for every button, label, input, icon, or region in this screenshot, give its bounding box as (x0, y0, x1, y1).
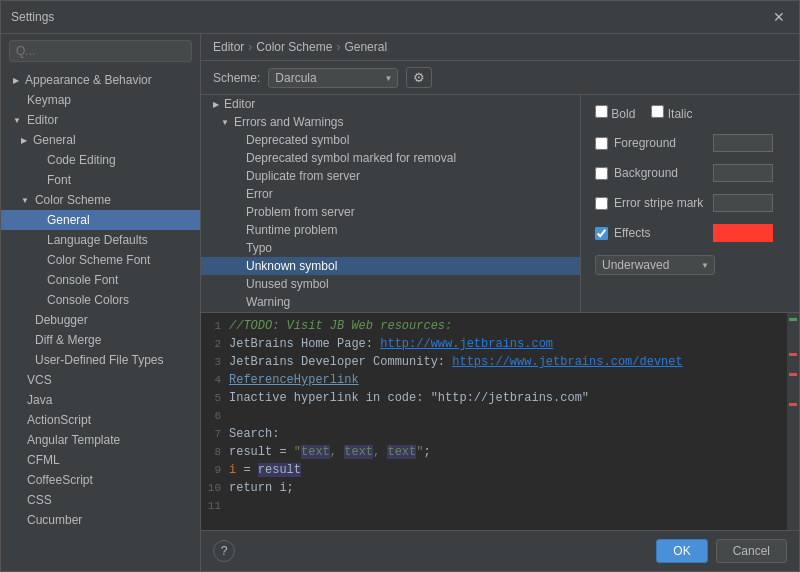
sidebar-item-font[interactable]: Font (1, 170, 200, 190)
sidebar-item-vcs[interactable]: VCS (1, 370, 200, 390)
tree-item[interactable]: Problem from server (201, 203, 580, 221)
tree-item-label: Editor (224, 97, 255, 111)
tree-item[interactable]: Warning (201, 293, 580, 311)
sidebar-item-editor[interactable]: ▼Editor (1, 110, 200, 130)
sidebar-item-angular[interactable]: Angular Template (1, 430, 200, 450)
effects-style-row: UnderwavedUnderlineBold UnderlineDotted … (595, 255, 785, 275)
breadcrumb: Editor › Color Scheme › General (201, 34, 799, 61)
foreground-checkbox[interactable] (595, 137, 608, 150)
code-line: 10 return i; (201, 479, 783, 497)
tree-item[interactable]: Unknown symbol (201, 257, 580, 275)
sidebar-item-label: Console Colors (47, 293, 129, 307)
tree-item[interactable]: Error (201, 185, 580, 203)
sidebar-item-user-defined[interactable]: User-Defined File Types (1, 350, 200, 370)
background-label[interactable]: Background (595, 166, 705, 180)
sidebar-item-label: VCS (27, 373, 52, 387)
gear-button[interactable]: ⚙ (406, 67, 432, 88)
tree-item[interactable]: Runtime problem (201, 221, 580, 239)
help-button[interactable]: ? (213, 540, 235, 562)
tree-item-label: Warning (246, 295, 290, 309)
breadcrumb-editor: Editor (213, 40, 244, 54)
style-select-wrap: UnderwavedUnderlineBold UnderlineDotted … (595, 255, 715, 275)
sidebar-item-lang-defaults[interactable]: Language Defaults (1, 230, 200, 250)
tree-item[interactable]: ▶Editor (201, 95, 580, 113)
code-line: 2JetBrains Home Page: http://www.jetbrai… (201, 335, 783, 353)
sidebar-item-console-font[interactable]: Console Font (1, 270, 200, 290)
foreground-row: Foreground (595, 134, 785, 152)
sidebar-item-actionscript[interactable]: ActionScript (1, 410, 200, 430)
code-line: 3JetBrains Developer Community: https://… (201, 353, 783, 371)
code-line: 9 i = result (201, 461, 783, 479)
scheme-select-wrap: DarculaDefaultHigh Contrast (268, 68, 398, 88)
effects-row: Effects (595, 224, 785, 242)
sidebar-item-label: Diff & Merge (35, 333, 101, 347)
sidebar-item-appearance[interactable]: ▶Appearance & Behavior (1, 70, 200, 90)
sidebar-item-console-colors[interactable]: Console Colors (1, 290, 200, 310)
sidebar-item-code-editing[interactable]: Code Editing (1, 150, 200, 170)
breadcrumb-colorscheme: Color Scheme (256, 40, 332, 54)
preview-area: 1//TODO: Visit JB Web resources:2JetBrai… (201, 312, 799, 530)
bold-option[interactable]: Bold (595, 105, 635, 121)
sidebar-item-cucumber[interactable]: Cucumber (1, 510, 200, 530)
ok-button[interactable]: OK (656, 539, 707, 563)
effects-checkbox[interactable] (595, 227, 608, 240)
tree-item[interactable]: Deprecated symbol (201, 131, 580, 149)
scheme-select[interactable]: DarculaDefaultHigh Contrast (268, 68, 398, 88)
italic-label: Italic (668, 107, 693, 121)
scheme-label: Scheme: (213, 71, 260, 85)
effects-label[interactable]: Effects (595, 226, 705, 240)
sidebar-item-diff-merge[interactable]: Diff & Merge (1, 330, 200, 350)
foreground-swatch[interactable] (713, 134, 773, 152)
tree-item[interactable]: Typo (201, 239, 580, 257)
scrollbar-markers (787, 313, 799, 530)
sidebar-item-label: CoffeeScript (27, 473, 93, 487)
tree-item-label: Runtime problem (246, 223, 337, 237)
content-area: ▶Editor▼Errors and WarningsDeprecated sy… (201, 95, 799, 312)
tree-item-label: Duplicate from server (246, 169, 360, 183)
sidebar-item-cs-general[interactable]: General (1, 210, 200, 230)
code-line: 1//TODO: Visit JB Web resources: (201, 317, 783, 335)
cancel-button[interactable]: Cancel (716, 539, 787, 563)
sidebar-item-java[interactable]: Java (1, 390, 200, 410)
close-button[interactable]: ✕ (769, 7, 789, 27)
sidebar-item-label: ActionScript (27, 413, 91, 427)
bold-checkbox[interactable] (595, 105, 608, 118)
title-bar-left: Settings (11, 10, 54, 24)
title-bar: Settings ✕ (1, 1, 799, 34)
italic-option[interactable]: Italic (651, 105, 692, 121)
tree-item[interactable]: Duplicate from server (201, 167, 580, 185)
effects-swatch[interactable] (713, 224, 773, 242)
background-checkbox[interactable] (595, 167, 608, 180)
dialog-title: Settings (11, 10, 54, 24)
sidebar-item-cfml[interactable]: CFML (1, 450, 200, 470)
code-line: 4ReferenceHyperlink (201, 371, 783, 389)
sidebar-item-keymap[interactable]: Keymap (1, 90, 200, 110)
background-swatch[interactable] (713, 164, 773, 182)
tree-item-label: Problem from server (246, 205, 355, 219)
sidebar-item-label: Java (27, 393, 52, 407)
sidebar-item-debugger[interactable]: Debugger (1, 310, 200, 330)
foreground-label[interactable]: Foreground (595, 136, 705, 150)
sidebar-item-general[interactable]: ▶General (1, 130, 200, 150)
sidebar-item-css[interactable]: CSS (1, 490, 200, 510)
bold-label: Bold (611, 107, 635, 121)
tree-item[interactable]: Unused symbol (201, 275, 580, 293)
tree-item-label: Unknown symbol (246, 259, 337, 273)
tree-item-label: Deprecated symbol marked for removal (246, 151, 456, 165)
sidebar-nav: ▶Appearance & BehaviorKeymap▼Editor▶Gene… (1, 68, 200, 532)
effects-style-select[interactable]: UnderwavedUnderlineBold UnderlineDotted … (595, 255, 715, 275)
error-stripe-label[interactable]: Error stripe mark (595, 196, 705, 210)
bottom-bar: ? OK Cancel (201, 530, 799, 571)
sidebar-item-label: CFML (27, 453, 60, 467)
error-stripe-swatch[interactable] (713, 194, 773, 212)
code-line: 11 (201, 497, 783, 515)
sidebar-item-label: CSS (27, 493, 52, 507)
italic-checkbox[interactable] (651, 105, 664, 118)
sidebar-item-coffeescript[interactable]: CoffeeScript (1, 470, 200, 490)
sidebar-item-color-scheme[interactable]: ▼Color Scheme (1, 190, 200, 210)
search-input[interactable] (9, 40, 192, 62)
error-stripe-checkbox[interactable] (595, 197, 608, 210)
sidebar-item-cs-font[interactable]: Color Scheme Font (1, 250, 200, 270)
tree-item[interactable]: Deprecated symbol marked for removal (201, 149, 580, 167)
tree-item[interactable]: ▼Errors and Warnings (201, 113, 580, 131)
